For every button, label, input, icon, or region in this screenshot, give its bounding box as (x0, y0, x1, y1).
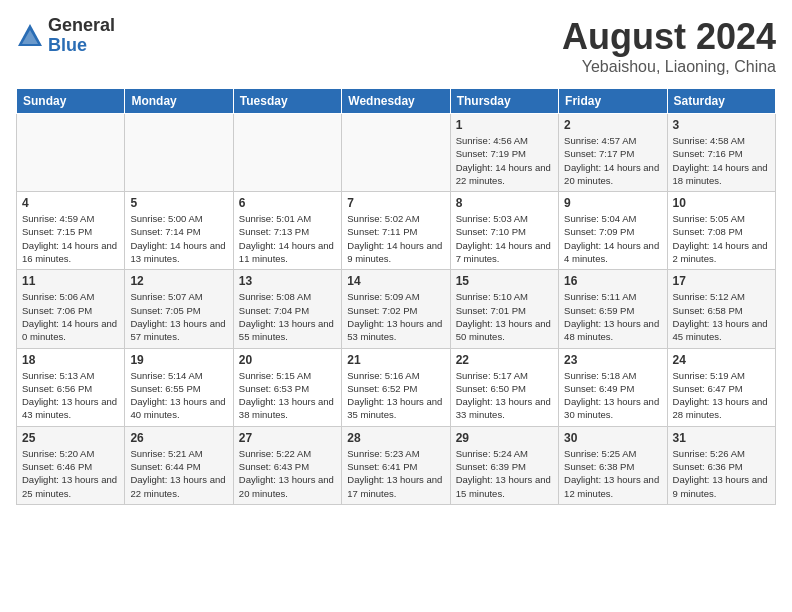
day-number: 21 (347, 353, 444, 367)
title-block: August 2024 Yebaishou, Liaoning, China (562, 16, 776, 76)
logo-blue-text: Blue (48, 36, 115, 56)
calendar-cell: 11Sunrise: 5:06 AM Sunset: 7:06 PM Dayli… (17, 270, 125, 348)
day-info: Sunrise: 5:10 AM Sunset: 7:01 PM Dayligh… (456, 290, 553, 343)
day-info: Sunrise: 4:57 AM Sunset: 7:17 PM Dayligh… (564, 134, 661, 187)
calendar-cell: 6Sunrise: 5:01 AM Sunset: 7:13 PM Daylig… (233, 192, 341, 270)
day-number: 18 (22, 353, 119, 367)
day-info: Sunrise: 5:16 AM Sunset: 6:52 PM Dayligh… (347, 369, 444, 422)
logo-icon (16, 22, 44, 50)
day-info: Sunrise: 5:07 AM Sunset: 7:05 PM Dayligh… (130, 290, 227, 343)
weekday-header-tuesday: Tuesday (233, 89, 341, 114)
day-info: Sunrise: 5:06 AM Sunset: 7:06 PM Dayligh… (22, 290, 119, 343)
day-number: 23 (564, 353, 661, 367)
calendar-cell: 9Sunrise: 5:04 AM Sunset: 7:09 PM Daylig… (559, 192, 667, 270)
day-number: 25 (22, 431, 119, 445)
day-info: Sunrise: 5:13 AM Sunset: 6:56 PM Dayligh… (22, 369, 119, 422)
day-info: Sunrise: 4:56 AM Sunset: 7:19 PM Dayligh… (456, 134, 553, 187)
day-number: 31 (673, 431, 770, 445)
day-info: Sunrise: 5:09 AM Sunset: 7:02 PM Dayligh… (347, 290, 444, 343)
calendar-cell: 21Sunrise: 5:16 AM Sunset: 6:52 PM Dayli… (342, 348, 450, 426)
calendar-cell: 19Sunrise: 5:14 AM Sunset: 6:55 PM Dayli… (125, 348, 233, 426)
page-header: General Blue August 2024 Yebaishou, Liao… (16, 16, 776, 76)
calendar-cell: 8Sunrise: 5:03 AM Sunset: 7:10 PM Daylig… (450, 192, 558, 270)
day-number: 15 (456, 274, 553, 288)
day-info: Sunrise: 5:22 AM Sunset: 6:43 PM Dayligh… (239, 447, 336, 500)
day-info: Sunrise: 5:23 AM Sunset: 6:41 PM Dayligh… (347, 447, 444, 500)
day-info: Sunrise: 5:17 AM Sunset: 6:50 PM Dayligh… (456, 369, 553, 422)
day-info: Sunrise: 5:24 AM Sunset: 6:39 PM Dayligh… (456, 447, 553, 500)
calendar-cell: 26Sunrise: 5:21 AM Sunset: 6:44 PM Dayli… (125, 426, 233, 504)
week-row-1: 1Sunrise: 4:56 AM Sunset: 7:19 PM Daylig… (17, 114, 776, 192)
day-info: Sunrise: 5:26 AM Sunset: 6:36 PM Dayligh… (673, 447, 770, 500)
calendar-cell (125, 114, 233, 192)
day-number: 13 (239, 274, 336, 288)
weekday-header-friday: Friday (559, 89, 667, 114)
calendar-cell: 22Sunrise: 5:17 AM Sunset: 6:50 PM Dayli… (450, 348, 558, 426)
calendar-cell: 10Sunrise: 5:05 AM Sunset: 7:08 PM Dayli… (667, 192, 775, 270)
month-year-title: August 2024 (562, 16, 776, 58)
calendar-cell: 2Sunrise: 4:57 AM Sunset: 7:17 PM Daylig… (559, 114, 667, 192)
day-number: 9 (564, 196, 661, 210)
calendar-cell: 16Sunrise: 5:11 AM Sunset: 6:59 PM Dayli… (559, 270, 667, 348)
day-number: 17 (673, 274, 770, 288)
day-number: 28 (347, 431, 444, 445)
day-number: 16 (564, 274, 661, 288)
calendar-cell: 30Sunrise: 5:25 AM Sunset: 6:38 PM Dayli… (559, 426, 667, 504)
weekday-header-thursday: Thursday (450, 89, 558, 114)
weekday-header-monday: Monday (125, 89, 233, 114)
calendar-cell: 14Sunrise: 5:09 AM Sunset: 7:02 PM Dayli… (342, 270, 450, 348)
day-number: 24 (673, 353, 770, 367)
calendar-cell: 24Sunrise: 5:19 AM Sunset: 6:47 PM Dayli… (667, 348, 775, 426)
day-number: 22 (456, 353, 553, 367)
calendar-cell: 12Sunrise: 5:07 AM Sunset: 7:05 PM Dayli… (125, 270, 233, 348)
calendar-cell: 23Sunrise: 5:18 AM Sunset: 6:49 PM Dayli… (559, 348, 667, 426)
day-number: 3 (673, 118, 770, 132)
calendar-cell (342, 114, 450, 192)
week-row-2: 4Sunrise: 4:59 AM Sunset: 7:15 PM Daylig… (17, 192, 776, 270)
weekday-header-wednesday: Wednesday (342, 89, 450, 114)
day-info: Sunrise: 4:59 AM Sunset: 7:15 PM Dayligh… (22, 212, 119, 265)
day-number: 30 (564, 431, 661, 445)
calendar-cell: 15Sunrise: 5:10 AM Sunset: 7:01 PM Dayli… (450, 270, 558, 348)
day-number: 11 (22, 274, 119, 288)
location-subtitle: Yebaishou, Liaoning, China (562, 58, 776, 76)
calendar-cell: 13Sunrise: 5:08 AM Sunset: 7:04 PM Dayli… (233, 270, 341, 348)
weekday-header-sunday: Sunday (17, 89, 125, 114)
week-row-3: 11Sunrise: 5:06 AM Sunset: 7:06 PM Dayli… (17, 270, 776, 348)
calendar-cell: 5Sunrise: 5:00 AM Sunset: 7:14 PM Daylig… (125, 192, 233, 270)
day-number: 14 (347, 274, 444, 288)
week-row-5: 25Sunrise: 5:20 AM Sunset: 6:46 PM Dayli… (17, 426, 776, 504)
calendar-table: SundayMondayTuesdayWednesdayThursdayFrid… (16, 88, 776, 505)
week-row-4: 18Sunrise: 5:13 AM Sunset: 6:56 PM Dayli… (17, 348, 776, 426)
calendar-cell: 1Sunrise: 4:56 AM Sunset: 7:19 PM Daylig… (450, 114, 558, 192)
day-number: 4 (22, 196, 119, 210)
day-number: 29 (456, 431, 553, 445)
calendar-cell: 31Sunrise: 5:26 AM Sunset: 6:36 PM Dayli… (667, 426, 775, 504)
day-info: Sunrise: 5:05 AM Sunset: 7:08 PM Dayligh… (673, 212, 770, 265)
calendar-cell: 29Sunrise: 5:24 AM Sunset: 6:39 PM Dayli… (450, 426, 558, 504)
day-number: 27 (239, 431, 336, 445)
day-info: Sunrise: 5:19 AM Sunset: 6:47 PM Dayligh… (673, 369, 770, 422)
calendar-cell (233, 114, 341, 192)
day-number: 1 (456, 118, 553, 132)
calendar-cell: 20Sunrise: 5:15 AM Sunset: 6:53 PM Dayli… (233, 348, 341, 426)
day-info: Sunrise: 5:18 AM Sunset: 6:49 PM Dayligh… (564, 369, 661, 422)
day-info: Sunrise: 5:15 AM Sunset: 6:53 PM Dayligh… (239, 369, 336, 422)
day-info: Sunrise: 5:08 AM Sunset: 7:04 PM Dayligh… (239, 290, 336, 343)
day-info: Sunrise: 5:12 AM Sunset: 6:58 PM Dayligh… (673, 290, 770, 343)
day-info: Sunrise: 5:21 AM Sunset: 6:44 PM Dayligh… (130, 447, 227, 500)
weekday-header-row: SundayMondayTuesdayWednesdayThursdayFrid… (17, 89, 776, 114)
calendar-cell: 7Sunrise: 5:02 AM Sunset: 7:11 PM Daylig… (342, 192, 450, 270)
day-info: Sunrise: 5:00 AM Sunset: 7:14 PM Dayligh… (130, 212, 227, 265)
logo-general-text: General (48, 16, 115, 36)
calendar-cell: 28Sunrise: 5:23 AM Sunset: 6:41 PM Dayli… (342, 426, 450, 504)
logo: General Blue (16, 16, 115, 56)
day-number: 12 (130, 274, 227, 288)
day-number: 6 (239, 196, 336, 210)
calendar-cell: 27Sunrise: 5:22 AM Sunset: 6:43 PM Dayli… (233, 426, 341, 504)
calendar-cell (17, 114, 125, 192)
day-number: 8 (456, 196, 553, 210)
day-info: Sunrise: 5:03 AM Sunset: 7:10 PM Dayligh… (456, 212, 553, 265)
calendar-cell: 25Sunrise: 5:20 AM Sunset: 6:46 PM Dayli… (17, 426, 125, 504)
day-number: 19 (130, 353, 227, 367)
